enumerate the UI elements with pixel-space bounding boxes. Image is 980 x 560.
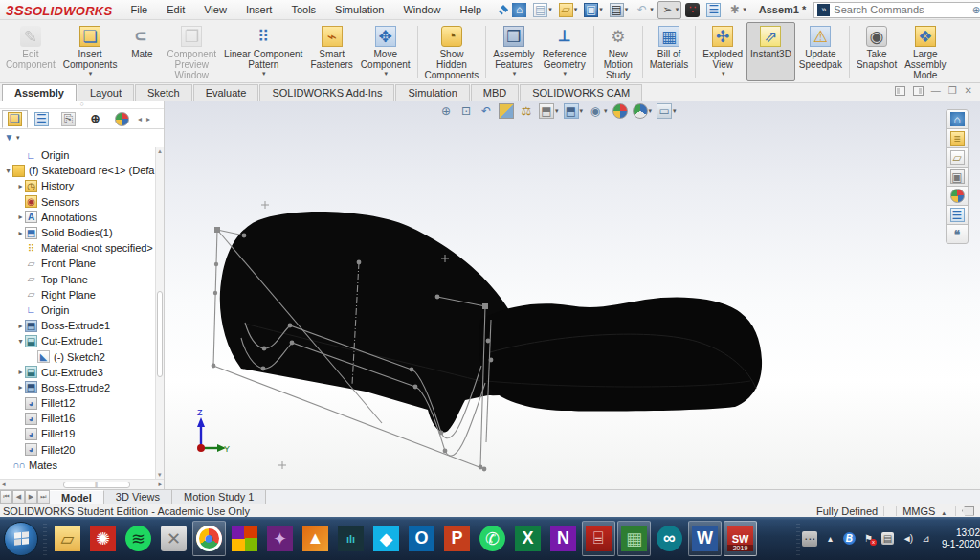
edit-appearance-button[interactable] xyxy=(612,102,629,120)
tab-sketch[interactable]: Sketch xyxy=(135,84,192,101)
tree-item-fillet16[interactable]: ◕Fillet16 xyxy=(0,411,155,426)
tab-evaluate[interactable]: Evaluate xyxy=(193,84,259,101)
tree-item-fillet19[interactable]: ◕Fillet19 xyxy=(0,426,155,441)
dropdown-caret-icon[interactable]: ▾ xyxy=(580,107,584,115)
home-button[interactable]: ⌂ xyxy=(509,1,529,19)
taskpane-view-palette-button[interactable]: ▣ xyxy=(946,167,969,187)
taskpane-appearances-button[interactable] xyxy=(946,186,969,206)
tray-show-hidden-icons-button[interactable]: ▴ xyxy=(824,532,836,545)
panel-splitter-handle[interactable]: ○ xyxy=(0,101,164,109)
insert-components-button[interactable]: ❏InsertComponents▾ xyxy=(59,22,122,81)
search-input[interactable] xyxy=(834,4,969,15)
zoom-to-area-button[interactable]: ⊡ xyxy=(457,102,475,120)
menu-edit[interactable]: Edit xyxy=(158,2,193,17)
tab-simulation[interactable]: Simulation xyxy=(395,84,469,101)
tray-clipboard-button[interactable]: ▤ xyxy=(881,532,894,545)
dropdown-caret-icon[interactable]: ▾ xyxy=(676,6,679,13)
instant3d-button[interactable]: ⇗Instant3D xyxy=(746,22,795,81)
panel-tab-scroll-arrow[interactable]: ▸ xyxy=(145,115,152,123)
graphics-viewport[interactable]: Z Y ⊕⊡↶⚖⬒▾⬒▾◉▾▾▭▾ ⌂≡▱▣☰❝ xyxy=(165,101,980,489)
menu-insert[interactable]: Insert xyxy=(237,2,281,17)
tray-network-signal-button[interactable]: ⊿ xyxy=(920,532,932,545)
panel-tab-scroll-arrow[interactable]: ◂ xyxy=(136,115,144,123)
doc-minimize-button[interactable]: — xyxy=(931,85,941,96)
pane-right-icon[interactable] xyxy=(913,86,924,96)
panel-tab-configurationmanager[interactable]: ⎘ xyxy=(56,110,81,128)
taskbar-office-hub-button[interactable] xyxy=(228,521,261,556)
undo-button[interactable]: ↶▾ xyxy=(632,1,657,19)
doc-tab-motion-study-1[interactable]: Motion Study 1 xyxy=(172,490,266,504)
tree-item-boss-extrude1[interactable]: ▸⬒Boss-Extrude1 xyxy=(0,318,155,333)
tree-item-history[interactable]: ▸◷History xyxy=(0,178,155,193)
tab-mbd[interactable]: MBD xyxy=(471,84,519,101)
display-style-button[interactable]: ⬒▾ xyxy=(563,102,585,120)
tree-item-right-plane[interactable]: ▱Right Plane xyxy=(0,287,155,302)
dropdown-caret-icon[interactable]: ▾ xyxy=(722,70,725,78)
tree-item-top-plane[interactable]: ▱Top Plane xyxy=(0,272,155,287)
tag-icon[interactable] xyxy=(962,506,974,516)
panel-tab-featuremanager-design-tree[interactable]: ❏ xyxy=(2,110,28,128)
tab-solidworks-cam[interactable]: SOLIDWORKS CAM xyxy=(520,84,642,101)
component-preview-window-button[interactable]: ❐ComponentPreviewWindow xyxy=(163,22,220,81)
tab-layout[interactable]: Layout xyxy=(78,84,134,101)
new-motion-study-button[interactable]: ⚙NewMotionStudy xyxy=(597,22,639,81)
billof-materials-button[interactable]: ▦Bill ofMaterials xyxy=(646,22,693,81)
units-selector[interactable]: MMGS ▴ xyxy=(902,505,946,517)
tree-item-fillet20[interactable]: ◕Fillet20 xyxy=(0,442,155,458)
take-snapshot-button[interactable]: ◉TakeSnapshot xyxy=(853,22,901,81)
tree-expand-arrow[interactable]: ▸ xyxy=(16,182,25,190)
taskbar-chrome-button[interactable]: ● xyxy=(192,521,226,556)
print-button[interactable]: ▤▾ xyxy=(607,1,632,19)
tray-volume-button[interactable]: ◄) xyxy=(901,532,913,545)
tree-item-solid-bodies-1[interactable]: ▸⬒Solid Bodies(1) xyxy=(0,225,155,240)
taskpane-file-explorer-button[interactable]: ▱ xyxy=(946,147,969,168)
dropdown-caret-icon[interactable]: ▾ xyxy=(625,6,629,13)
taskbar-kodi-button[interactable]: ◆ xyxy=(369,521,403,556)
tree-item-f-skateboard-re-1-defa[interactable]: ▾(f) Skateboard re<1> (Defa xyxy=(0,163,155,178)
tray-bluetooth-button[interactable]: B xyxy=(843,532,856,545)
tree-item-boss-extrude2[interactable]: ▸⬒Boss-Extrude2 xyxy=(0,380,155,395)
measure-button[interactable]: ⚖ xyxy=(518,102,535,120)
tree-vertical-scrollbar[interactable]: ▴▾ xyxy=(155,147,164,479)
options-list-button[interactable]: ☰ xyxy=(703,1,724,19)
taskbar-whatsapp-button[interactable]: ✆ xyxy=(476,521,509,556)
edit-component-button[interactable]: ✎EditComponent xyxy=(2,22,59,81)
save-button[interactable]: ▣▾ xyxy=(581,1,606,19)
menu-help[interactable]: Help xyxy=(452,2,491,17)
search-icon[interactable]: ⊕ xyxy=(969,4,980,16)
taskbar-solidworks-2019-button[interactable]: SW2019 xyxy=(724,521,757,556)
menu-simulation[interactable]: Simulation xyxy=(326,2,392,17)
doc-restore-button[interactable]: ❐ xyxy=(948,85,957,96)
taskpane-forum-button[interactable]: ❝ xyxy=(946,224,969,244)
dropdown-caret-icon[interactable]: ▾ xyxy=(743,6,746,13)
view-orientation-button[interactable]: ⬒▾ xyxy=(538,102,560,120)
tab-solidworks-add-ins[interactable]: SOLIDWORKS Add-Ins xyxy=(259,84,394,101)
tree-item-fillet12[interactable]: ◕Fillet12 xyxy=(0,395,155,411)
dropdown-caret-icon[interactable]: ▾ xyxy=(16,134,20,142)
dropdown-caret-icon[interactable]: ▾ xyxy=(548,6,552,13)
taskpane-custom-properties-button[interactable]: ☰ xyxy=(946,205,969,225)
dropdown-caret-icon[interactable]: ▾ xyxy=(384,70,388,78)
new-document-button[interactable]: ▤▾ xyxy=(530,1,555,19)
doc-close-button[interactable]: ✕ xyxy=(965,85,972,96)
tree-item-mates[interactable]: ∩∩Mates xyxy=(0,458,155,473)
tree-horizontal-scrollbar[interactable]: ◂⦀▸ xyxy=(0,479,164,489)
menu-tools[interactable]: Tools xyxy=(282,2,324,17)
taskbar-ladybug-app-button[interactable]: ✺ xyxy=(86,521,120,556)
tree-expand-arrow[interactable]: ▾ xyxy=(16,337,25,346)
mate-button[interactable]: ∪Mate xyxy=(121,22,163,81)
taskbar-word-button[interactable]: W xyxy=(688,521,722,556)
smart-fasteners-button[interactable]: ⌁SmartFasteners xyxy=(306,22,356,81)
linearcomponent-pattern-button[interactable]: ⠿Linear ComponentPattern▾ xyxy=(220,22,306,81)
panel-tab-dimxpertmanager[interactable]: ⊕ xyxy=(82,110,108,128)
dropdown-caret-icon[interactable]: ▾ xyxy=(513,70,517,78)
rebuild-traffic-light-button[interactable]: ∵ xyxy=(682,1,702,19)
tree-item-front-plane[interactable]: ▱Front Plane xyxy=(0,256,155,271)
doc-tab-3d-views[interactable]: 3D Views xyxy=(104,490,172,504)
panel-tab-displaymanager[interactable] xyxy=(109,110,135,128)
section-view-button[interactable] xyxy=(498,102,515,120)
search-launcher-icon[interactable]: » xyxy=(817,4,830,16)
doc-tab-nav-button[interactable]: ◀ xyxy=(12,490,25,504)
zoom-to-fit-button[interactable]: ⊕ xyxy=(437,102,455,120)
select-cursor-button[interactable]: ➢▾ xyxy=(657,1,682,19)
